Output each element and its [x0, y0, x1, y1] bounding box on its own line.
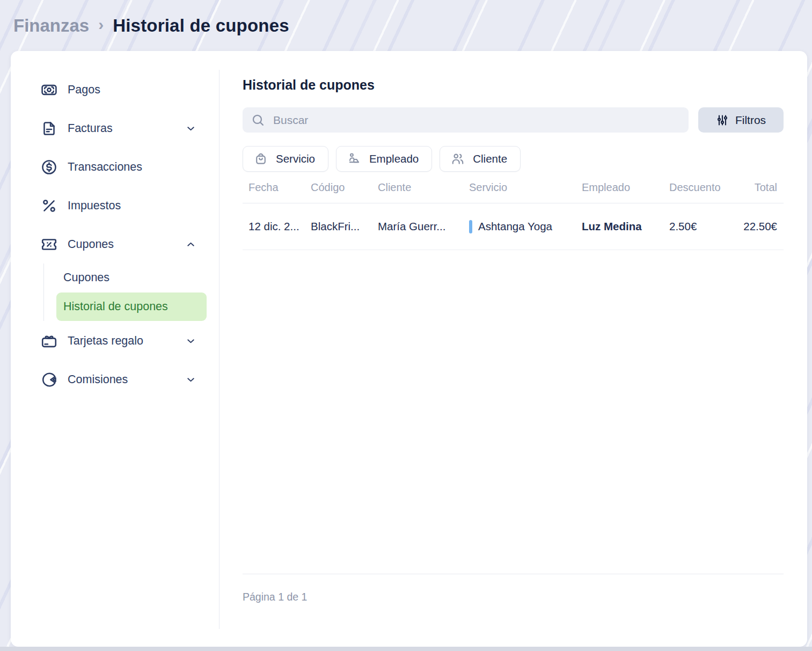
sidebar-item-label: Cupones	[68, 238, 114, 251]
sidebar-item-label: Pagos	[68, 83, 100, 97]
commission-icon	[41, 371, 57, 388]
filter-chip-servicio[interactable]: Servicio	[243, 146, 328, 172]
bottom-edge-strip	[0, 647, 812, 651]
chevron-down-icon	[185, 374, 196, 385]
sidebar-item-label: Comisiones	[68, 373, 128, 386]
column-header-fecha: Fecha	[243, 181, 311, 194]
main-content: Historial de cupones Fil	[243, 51, 784, 603]
sidebar-item-tarjetas-regalo[interactable]: Tarjetas regalo	[11, 321, 219, 360]
table-row[interactable]: 12 dic. 2... BlackFri... María Guerr... …	[243, 203, 784, 250]
filter-chip-empleado[interactable]: Empleado	[336, 146, 432, 172]
sidebar-item-label: Transacciones	[68, 160, 142, 174]
sidebar-subitem-label: Cupones	[63, 271, 109, 284]
filter-chip-label: Empleado	[369, 152, 419, 165]
sidebar-item-label: Facturas	[68, 122, 113, 135]
sidebar-item-facturas[interactable]: Facturas	[11, 109, 219, 148]
filter-chips-row: Servicio Empleado	[243, 146, 784, 172]
sidebar-item-transacciones[interactable]: Transacciones	[11, 148, 219, 186]
cell-codigo: BlackFri...	[311, 220, 378, 233]
cell-servicio: Ashtanga Yoga	[469, 220, 582, 233]
sidebar-item-impuestos[interactable]: Impuestos	[11, 186, 219, 225]
cell-empleado: Luz Medina	[582, 220, 669, 233]
gift-card-icon	[41, 333, 57, 349]
sidebar-item-label: Impuestos	[68, 199, 121, 213]
clients-icon	[451, 152, 465, 166]
cell-fecha: 12 dic. 2...	[243, 220, 311, 233]
cupones-sub-list: Cupones Historial de cupones	[43, 264, 219, 321]
cell-descuento: 2.50€	[669, 220, 729, 233]
service-bag-icon	[254, 152, 268, 166]
column-header-descuento: Descuento	[669, 181, 729, 194]
page-title: Historial de cupones	[243, 76, 784, 93]
chevron-down-icon	[185, 123, 196, 134]
pagination-status: Página 1 de 1	[243, 591, 784, 603]
employee-laptop-icon	[347, 152, 361, 166]
sidebar-item-label: Tarjetas regalo	[68, 334, 143, 348]
filter-chip-label: Servicio	[276, 152, 315, 165]
filters-button[interactable]: Filtros	[698, 107, 784, 133]
search-icon	[251, 113, 265, 127]
cell-cliente: María Guerr...	[378, 220, 469, 233]
dollar-circle-icon	[41, 159, 57, 175]
sliders-icon	[716, 114, 729, 127]
filters-button-label: Filtros	[735, 114, 766, 127]
chevron-down-icon	[185, 335, 196, 347]
content-card: Pagos Facturas	[11, 51, 807, 647]
breadcrumb-current: Historial de cupones	[113, 16, 289, 36]
column-header-total: Total	[729, 181, 784, 194]
table-header: Fecha Código Cliente Servicio Empleado D…	[243, 181, 784, 203]
percent-icon	[41, 198, 57, 214]
search-box[interactable]	[243, 107, 689, 133]
banknote-icon	[41, 82, 57, 98]
breadcrumb-separator-icon: ›	[98, 16, 104, 36]
service-name: Ashtanga Yoga	[478, 220, 552, 233]
filter-chip-label: Cliente	[473, 152, 507, 165]
column-header-codigo: Código	[311, 181, 378, 194]
sidebar-item-cupones[interactable]: Cupones	[11, 225, 219, 264]
filter-chip-cliente[interactable]: Cliente	[440, 146, 521, 172]
sidebar-subitem-label: Historial de cupones	[63, 300, 168, 313]
search-input[interactable]	[273, 114, 680, 127]
search-row: Filtros	[243, 107, 784, 133]
sidebar-divider	[219, 70, 220, 629]
table-empty-area	[243, 250, 784, 574]
coupon-ticket-icon	[41, 236, 57, 253]
column-header-empleado: Empleado	[582, 181, 669, 194]
breadcrumb-parent[interactable]: Finanzas	[13, 16, 89, 36]
chevron-up-icon	[185, 239, 196, 250]
invoice-icon	[41, 120, 57, 137]
column-header-cliente: Cliente	[378, 181, 469, 194]
breadcrumb: Finanzas › Historial de cupones	[0, 0, 812, 51]
finance-sidebar: Pagos Facturas	[11, 70, 219, 399]
column-header-servicio: Servicio	[469, 181, 582, 194]
sidebar-item-comisiones[interactable]: Comisiones	[11, 360, 219, 399]
service-color-bar	[469, 220, 472, 233]
sidebar-item-pagos[interactable]: Pagos	[11, 70, 219, 109]
cell-total: 22.50€	[729, 220, 784, 233]
sidebar-subitem-historial-de-cupones[interactable]: Historial de cupones	[56, 292, 207, 321]
sidebar-subitem-cupones[interactable]: Cupones	[56, 264, 207, 292]
